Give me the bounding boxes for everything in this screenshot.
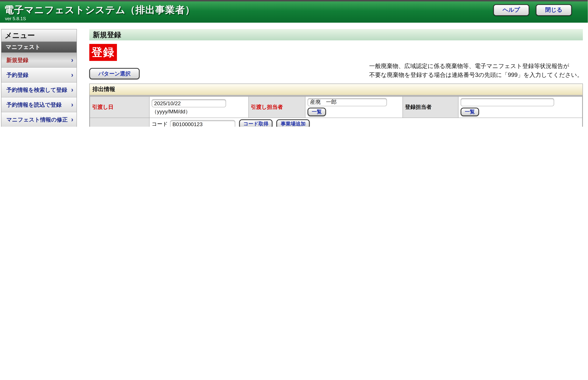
help-button[interactable]: ヘルプ	[493, 4, 529, 16]
note-line-1: 一般廃棄物、広域認定に係る廃棄物等、電子マニフェスト登録等状況報告が	[369, 62, 583, 71]
sidebar-menu-title: メニュー	[1, 29, 77, 42]
sidebar-item-search-reserve-register[interactable]: 予約情報を検索して登録 ›	[1, 83, 77, 97]
chevron-right-icon: ›	[71, 86, 73, 93]
close-button[interactable]: 閉じる	[536, 4, 572, 16]
register-person-label: 登録担当者	[403, 96, 458, 118]
site-add-button[interactable]: 事業場追加	[276, 119, 310, 127]
register-person-list-button[interactable]: 一覧	[461, 108, 479, 116]
sidebar-item-label: 予約情報を検索して登録	[6, 87, 67, 93]
chevron-right-icon: ›	[71, 101, 73, 108]
site-code-row: コード コード取得 事業場追加	[150, 118, 582, 127]
pattern-select-button[interactable]: パターン選択	[89, 68, 140, 79]
handover-date-input[interactable]	[152, 99, 226, 107]
discharge-site-label: 排出事業場	[90, 118, 149, 127]
chevron-right-icon: ›	[71, 115, 73, 123]
handover-person-list-button[interactable]: 一覧	[308, 108, 326, 116]
date-format-hint: （yyyy/MM/dd）	[152, 108, 246, 115]
app-version: ver 5.8.1S	[5, 16, 26, 21]
discharge-section-title: 排出情報	[93, 86, 115, 93]
sidebar-item-load-reserve-register[interactable]: 予約情報を読込で登録 ›	[1, 97, 77, 112]
window-top-edge	[0, 0, 588, 1]
discharge-section: 排出情報 引渡し日 （yyyy/MM/dd） 引渡し担当者 一覧 登録担当者	[89, 84, 583, 127]
pattern-row: パターン選択 一般廃棄物、広域認定に係る廃棄物等、電子マニフェスト登録等状況報告…	[89, 65, 583, 79]
sidebar-group-manifest: マニフェスト	[1, 42, 77, 53]
app-window: 電子マニフェストシステム（排出事業者） ver 5.8.1S ヘルプ 閉じる メ…	[0, 0, 588, 127]
handover-person-label: 引渡し担当者	[249, 96, 305, 118]
main-content: 新規登録 登録 パターン選択 一般廃棄物、広域認定に係る廃棄物等、電子マニフェス…	[89, 29, 583, 127]
sidebar-item-manifest-edit[interactable]: マニフェスト情報の修正 ›	[1, 112, 77, 127]
chevron-right-icon: ›	[71, 71, 73, 78]
discharge-section-header: 排出情報	[90, 84, 583, 96]
page-title: 新規登録	[89, 29, 583, 40]
note-line-2: 不要な廃棄物を登録する場合は連絡番号3の先頭に「999」を入力してください。	[369, 71, 583, 79]
sidebar-item-label: 新規登録	[6, 57, 28, 63]
sidebar-item-label: 予約情報を読込で登録	[6, 102, 61, 108]
handover-person-input[interactable]	[308, 98, 387, 106]
registration-stamp: 登録	[89, 44, 117, 61]
discharge-table: 引渡し日 （yyyy/MM/dd） 引渡し担当者 一覧 登録担当者 一覧	[90, 96, 583, 127]
sidebar: メニュー マニフェスト 新規登録 › 予約登録 › 予約情報を検索して登録 › …	[1, 29, 77, 127]
sidebar-item-reserve-registration[interactable]: 予約登録 ›	[1, 68, 77, 83]
app-header: 電子マニフェストシステム（排出事業者） ver 5.8.1S ヘルプ 閉じる	[0, 1, 588, 23]
note-text: 一般廃棄物、広域認定に係る廃棄物等、電子マニフェスト登録等状況報告が 不要な廃棄…	[369, 62, 583, 79]
app-title: 電子マニフェストシステム（排出事業者）	[4, 3, 195, 16]
sidebar-item-new-registration[interactable]: 新規登録 ›	[1, 53, 77, 68]
register-person-input[interactable]	[461, 98, 554, 106]
site-code-input[interactable]	[170, 120, 235, 127]
site-code-label: コード	[152, 121, 168, 127]
sidebar-item-label: 予約登録	[6, 72, 28, 78]
handover-date-label: 引渡し日	[90, 96, 149, 118]
code-get-button[interactable]: コード取得	[239, 119, 273, 127]
chevron-right-icon: ›	[71, 56, 73, 63]
sidebar-item-label: マニフェスト情報の修正	[6, 116, 68, 123]
